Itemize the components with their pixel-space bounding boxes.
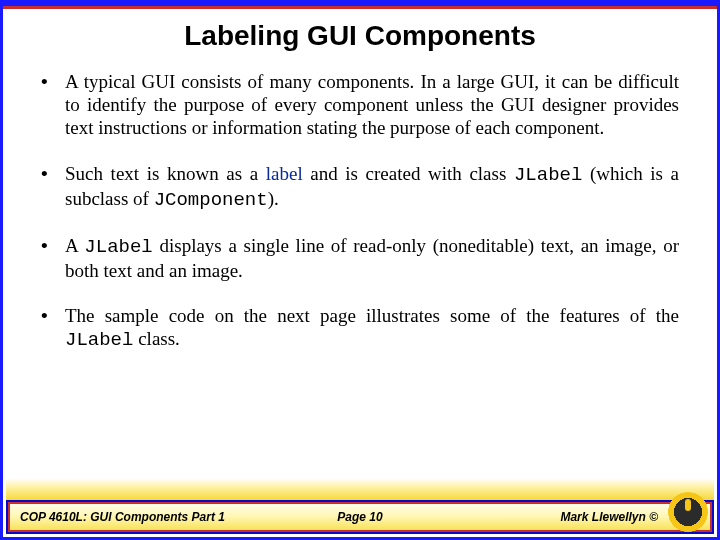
code-jlabel: JLabel bbox=[65, 329, 133, 351]
logo-mark bbox=[685, 499, 691, 511]
code-jlabel: JLabel bbox=[514, 164, 582, 186]
footer-bar: COP 4610L: GUI Components Part 1 Page 10… bbox=[6, 500, 714, 534]
footer-course: COP 4610L: GUI Components Part 1 bbox=[20, 510, 225, 524]
text-run: A bbox=[65, 235, 84, 256]
logo-ring bbox=[668, 492, 708, 532]
slide: Labeling GUI Components • A typical GUI … bbox=[0, 0, 720, 540]
text-run: class. bbox=[133, 328, 179, 349]
bullet-text: Such text is known as a label and is cre… bbox=[65, 162, 679, 212]
accent-bar bbox=[3, 6, 717, 9]
bullet-marker: • bbox=[41, 234, 65, 282]
bullet-item: • A typical GUI consists of many compone… bbox=[41, 70, 679, 140]
bullet-text: A typical GUI consists of many component… bbox=[65, 70, 679, 140]
footer-bar-inner: COP 4610L: GUI Components Part 1 Page 10… bbox=[10, 504, 710, 530]
code-jcomponent: JComponent bbox=[154, 189, 268, 211]
bullet-item: • A JLabel displays a single line of rea… bbox=[41, 234, 679, 282]
bullet-marker: • bbox=[41, 70, 65, 140]
bullet-item: • Such text is known as a label and is c… bbox=[41, 162, 679, 212]
text-run: and is created with class bbox=[303, 163, 514, 184]
highlight-label: label bbox=[266, 163, 303, 184]
text-run: Such text is known as a bbox=[65, 163, 266, 184]
ucf-pegasus-icon bbox=[668, 492, 708, 532]
text-run: ). bbox=[268, 188, 279, 209]
bullet-text: A JLabel displays a single line of read-… bbox=[65, 234, 679, 282]
bullet-marker: • bbox=[41, 162, 65, 212]
footer: COP 4610L: GUI Components Part 1 Page 10… bbox=[6, 474, 714, 534]
text-run: displays a single line of read-only (non… bbox=[65, 235, 679, 281]
footer-bar-mid: COP 4610L: GUI Components Part 1 Page 10… bbox=[8, 502, 712, 532]
footer-gradient bbox=[6, 478, 714, 500]
bullet-text: The sample code on the next page illustr… bbox=[65, 304, 679, 352]
slide-title: Labeling GUI Components bbox=[3, 20, 717, 52]
slide-body: • A typical GUI consists of many compone… bbox=[3, 70, 717, 353]
footer-page: Page 10 bbox=[337, 510, 382, 524]
bullet-marker: • bbox=[41, 304, 65, 352]
bullet-item: • The sample code on the next page illus… bbox=[41, 304, 679, 352]
code-jlabel: JLabel bbox=[84, 236, 152, 258]
text-run: The sample code on the next page illustr… bbox=[65, 305, 679, 326]
